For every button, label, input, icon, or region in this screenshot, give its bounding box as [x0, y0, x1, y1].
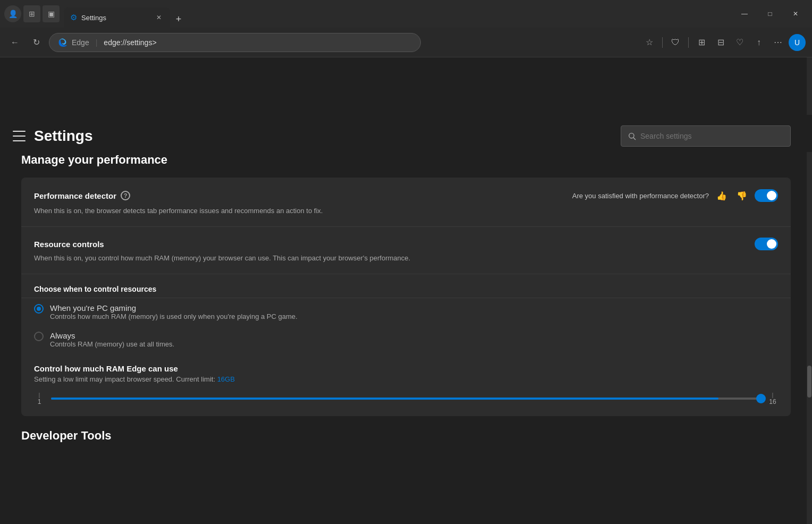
- thumbs-up-button[interactable]: 👍: [714, 188, 729, 203]
- always-radio-button[interactable]: [34, 332, 44, 341]
- profile-icon[interactable]: U: [789, 34, 806, 51]
- ram-slider-thumb[interactable]: [756, 394, 766, 403]
- more-options-icon[interactable]: ⋯: [769, 34, 786, 51]
- toolbar-divider: [662, 37, 663, 48]
- titlebar-left: 👤 ⊞ ▣: [4, 5, 60, 22]
- search-box[interactable]: [621, 125, 791, 147]
- resource-controls-toggle-knob: [767, 239, 776, 249]
- toolbar-divider-2: [688, 37, 689, 48]
- minimize-button[interactable]: —: [732, 5, 757, 22]
- browser-name-label: Edge: [72, 38, 89, 47]
- titlebar: 👤 ⊞ ▣ ⚙ Settings ✕ + — □ ✕: [0, 0, 812, 28]
- hamburger-menu-button[interactable]: [13, 130, 26, 142]
- share-icon[interactable]: ↑: [750, 34, 767, 51]
- feedback-icon[interactable]: ♡: [731, 34, 748, 51]
- maximize-button[interactable]: □: [758, 5, 782, 22]
- feedback-question: Are you satisfied with performance detec…: [572, 192, 709, 200]
- settings-title-area: Settings: [13, 128, 92, 145]
- tab-close-button[interactable]: ✕: [154, 13, 164, 22]
- favorites-icon[interactable]: ☆: [641, 34, 658, 51]
- performance-section-title: Manage your performance: [21, 153, 791, 167]
- resource-controls-name: Resource controls: [34, 240, 104, 249]
- slider-min-label: 1: [34, 398, 45, 405]
- collections-icon[interactable]: ⊟: [712, 34, 729, 51]
- tab-settings[interactable]: ⚙ Settings ✕: [64, 7, 170, 28]
- developer-tools-title: Developer Tools: [21, 429, 791, 443]
- gaming-radio-desc: Controls how much RAM (memory) is used o…: [50, 312, 298, 320]
- always-radio-desc: Controls RAM (memory) use at all times.: [50, 340, 174, 348]
- edge-logo-icon: [58, 38, 67, 47]
- tab-bar: ⚙ Settings ✕ +: [64, 0, 728, 28]
- reload-icon: ↻: [33, 37, 40, 47]
- settings-header: Settings: [0, 115, 812, 152]
- resource-radio-group: When you're PC gaming Controls how much …: [21, 298, 791, 359]
- gaming-radio-content: When you're PC gaming Controls how much …: [50, 303, 298, 320]
- tab-settings-label: Settings: [81, 14, 106, 22]
- slider-max-label: 16: [767, 398, 778, 405]
- close-button[interactable]: ✕: [783, 5, 808, 22]
- performance-detector-desc: When this is on, the browser detects tab…: [34, 206, 778, 216]
- ram-slider-fill: [51, 398, 718, 400]
- performance-detector-toggle[interactable]: [755, 189, 778, 202]
- slider-max-area: | 16: [767, 392, 778, 405]
- gaming-radio-item: When you're PC gaming Controls how much …: [34, 303, 778, 320]
- resource-controls-desc: When this is on, you control how much RA…: [34, 253, 778, 263]
- search-input[interactable]: [640, 132, 784, 140]
- performance-detector-name: Performance detector ?: [34, 191, 130, 200]
- tab-groups-icon[interactable]: ⊞: [23, 5, 40, 22]
- hamburger-line-3: [13, 140, 26, 141]
- back-icon: ←: [11, 38, 19, 47]
- settings-page: Settings Manage your performance: [0, 57, 812, 524]
- resource-controls-row: Resource controls When this is on, you c…: [21, 227, 791, 274]
- always-radio-item: Always Controls RAM (memory) use at all …: [34, 331, 778, 348]
- profile-mini-icon[interactable]: 👤: [4, 5, 21, 22]
- back-button[interactable]: ←: [6, 34, 23, 51]
- slider-container: | 1 | 16: [34, 392, 778, 405]
- svg-line-1: [633, 138, 636, 140]
- performance-detector-row: Performance detector ? Are you satisfied…: [21, 178, 791, 227]
- sidebar-toggle-icon[interactable]: ▣: [43, 5, 60, 22]
- tab-settings-icon: ⚙: [70, 13, 77, 22]
- window-controls: — □ ✕: [732, 5, 808, 22]
- split-screen-icon[interactable]: ⊞: [693, 34, 710, 51]
- new-tab-button[interactable]: +: [170, 11, 187, 28]
- performance-detector-toggle-knob: [767, 191, 776, 200]
- performance-card: Performance detector ? Are you satisfied…: [21, 178, 791, 416]
- hamburger-line-1: [13, 131, 26, 132]
- gaming-radio-label: When you're PC gaming: [50, 303, 298, 312]
- ram-limit-link[interactable]: 16GB: [217, 375, 235, 383]
- page-title: Settings: [34, 128, 92, 145]
- toolbar-icons: ☆ 🛡 ⊞ ⊟ ♡ ↑ ⋯ U: [641, 34, 806, 51]
- gaming-radio-button[interactable]: [34, 304, 44, 314]
- feedback-area: Are you satisfied with performance detec…: [572, 188, 778, 203]
- address-text: edge://settings>: [104, 38, 156, 47]
- scrollbar-thumb[interactable]: [807, 366, 811, 398]
- ram-slider-desc: Setting a low limit may impact browser s…: [34, 375, 778, 383]
- browser-essentials-icon[interactable]: 🛡: [667, 34, 684, 51]
- reload-button[interactable]: ↻: [28, 34, 45, 51]
- choose-resources-title: Choose when to control resources: [34, 285, 778, 298]
- slider-min-area: | 1: [34, 392, 45, 405]
- search-icon: [628, 132, 636, 140]
- settings-content: Manage your performance Performance dete…: [0, 153, 812, 475]
- ram-slider-section: Control how much RAM Edge can use Settin…: [21, 359, 791, 416]
- performance-detector-header: Performance detector ? Are you satisfied…: [34, 188, 778, 203]
- thumbs-down-button[interactable]: 👎: [734, 188, 749, 203]
- performance-detector-help-icon[interactable]: ?: [121, 191, 130, 200]
- hamburger-line-2: [13, 136, 26, 137]
- always-radio-content: Always Controls RAM (memory) use at all …: [50, 331, 174, 348]
- ram-slider-title: Control how much RAM Edge can use: [34, 364, 778, 373]
- resource-controls-header: Resource controls: [34, 238, 778, 250]
- ram-slider-track: [51, 398, 761, 400]
- developer-tools-section: Developer Tools: [21, 429, 791, 443]
- choose-resources-section: Choose when to control resources: [21, 274, 791, 298]
- addressbar: ← ↻ Edge | edge://settings> ☆ 🛡 ⊞ ⊟ ♡ ↑ …: [0, 28, 812, 57]
- always-radio-label: Always: [50, 331, 174, 340]
- address-bar[interactable]: Edge | edge://settings>: [49, 33, 421, 52]
- resource-controls-toggle[interactable]: [755, 238, 778, 250]
